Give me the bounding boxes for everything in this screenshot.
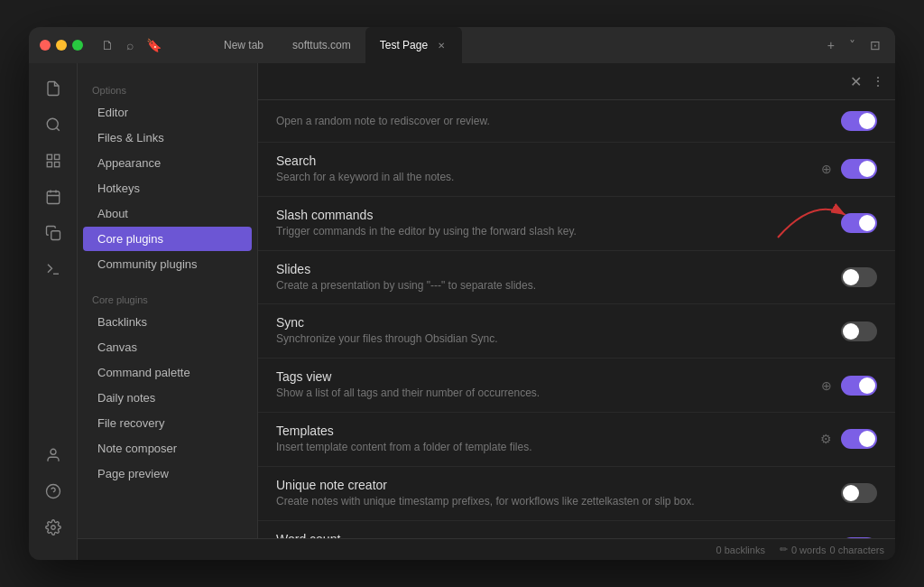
- sidebar-help-icon[interactable]: [37, 475, 69, 508]
- status-bar: 0 backlinks ✏ 0 words 0 characters: [78, 538, 895, 560]
- content-area[interactable]: ✕ ⋮ Open a random note to rediscover or …: [258, 63, 895, 560]
- toggle-random-note[interactable]: [841, 111, 877, 131]
- plugin-info-random-note: Open a random note to rediscover or revi…: [276, 114, 830, 129]
- sidebar-item-page-preview[interactable]: Page preview: [83, 461, 252, 486]
- toggle-knob-search: [859, 161, 875, 177]
- plugin-desc-tags-view: Show a list of all tags and their number…: [276, 386, 810, 401]
- options-label: Options: [78, 78, 257, 99]
- toggle-knob-sync: [843, 323, 859, 340]
- sidebar-terminal-icon[interactable]: [37, 253, 69, 285]
- plugin-desc-slides: Create a presentation by using "---" to …: [276, 278, 830, 294]
- sidebar-person-icon[interactable]: [37, 439, 69, 471]
- plugin-desc-slash-commands: Trigger commands in the editor by using …: [276, 224, 830, 239]
- plugin-desc-random-note: Open a random note to rediscover or revi…: [276, 114, 830, 129]
- toggle-sync[interactable]: [841, 321, 877, 341]
- words-count: 0 words: [791, 545, 827, 555]
- sidebar-item-core-plugins[interactable]: Core plugins: [83, 227, 252, 251]
- sidebar-grid-icon[interactable]: [37, 144, 69, 177]
- sidebar-item-editor[interactable]: Editor: [83, 100, 252, 125]
- close-button[interactable]: [40, 40, 51, 51]
- sidebar-search-icon[interactable]: [37, 108, 69, 141]
- toggle-knob-tags-view: [859, 377, 875, 394]
- maximize-button[interactable]: [72, 40, 83, 51]
- sidebar-settings-icon[interactable]: [37, 511, 69, 544]
- sidebar-item-command-palette[interactable]: Command palette: [83, 360, 252, 385]
- svg-point-0: [47, 118, 58, 129]
- toggle-knob-templates: [859, 431, 875, 447]
- sidebar-item-community-plugins[interactable]: Community plugins: [83, 252, 252, 276]
- sidebar-item-note-composer[interactable]: Note composer: [83, 436, 252, 461]
- svg-rect-10: [51, 231, 60, 240]
- plugin-name-search: Search: [276, 154, 810, 168]
- plugin-actions-tags-view: ⊕: [821, 376, 877, 396]
- plugin-desc-search: Search for a keyword in all the notes.: [276, 170, 810, 185]
- plugin-actions-slash-commands: [841, 213, 877, 233]
- icon-sidebar-top: [37, 72, 69, 435]
- toggle-search[interactable]: [841, 159, 877, 179]
- bookmark-icon[interactable]: 🔖: [146, 38, 162, 52]
- sidebar-item-backlinks[interactable]: Backlinks: [83, 310, 252, 334]
- plugin-info-templates: Templates Insert template content from a…: [276, 424, 809, 455]
- toggle-tags-view[interactable]: [841, 376, 877, 396]
- toggle-templates[interactable]: [841, 429, 877, 449]
- chevron-down-icon[interactable]: ˅: [845, 34, 859, 56]
- plugin-actions-unique-note: [841, 483, 877, 503]
- plugin-item-random-note: Open a random note to rediscover or revi…: [258, 100, 895, 143]
- split-view-icon[interactable]: ⊡: [866, 34, 884, 56]
- toggle-slash-commands[interactable]: [841, 213, 877, 233]
- search-icon[interactable]: ⌕: [126, 38, 134, 52]
- sidebar-item-file-recovery[interactable]: File recovery: [83, 411, 252, 435]
- titlebar: 🗋 ⌕ 🔖 New tab softtuts.com Test Page ✕ +…: [29, 27, 895, 63]
- toggle-unique-note[interactable]: [841, 483, 877, 503]
- plugin-item-search: Search Search for a keyword in all the n…: [258, 143, 895, 197]
- tab-softtuts[interactable]: softtuts.com: [278, 27, 365, 63]
- file-icon[interactable]: 🗋: [101, 38, 114, 52]
- plugin-name-slash-commands: Slash commands: [276, 208, 830, 222]
- plugin-info-sync: Sync Synchronize your files through Obsi…: [276, 315, 830, 347]
- close-icon[interactable]: ✕: [845, 70, 866, 92]
- plugin-name-tags-view: Tags view: [276, 369, 810, 384]
- plugin-actions-search: ⊕: [821, 159, 877, 179]
- add-icon-search[interactable]: ⊕: [821, 162, 832, 176]
- plugin-actions-sync: [841, 321, 877, 341]
- sidebar-item-canvas[interactable]: Canvas: [83, 335, 252, 359]
- svg-rect-2: [47, 154, 51, 159]
- tab-new-tab[interactable]: New tab: [209, 27, 278, 63]
- svg-point-12: [51, 449, 56, 454]
- tabs-area: New tab softtuts.com Test Page ✕: [209, 27, 462, 63]
- plugin-info-slash-commands: Slash commands Trigger commands in the e…: [276, 208, 830, 239]
- plugin-name-slides: Slides: [276, 262, 830, 276]
- traffic-lights: [40, 40, 83, 51]
- plugin-list: Open a random note to rediscover or revi…: [258, 100, 895, 560]
- add-icon-tags-view[interactable]: ⊕: [821, 378, 832, 393]
- sidebar-file-icon[interactable]: [37, 72, 69, 105]
- pencil-icon: ✏: [780, 544, 788, 555]
- backlinks-status: 0 backlinks: [716, 545, 765, 555]
- toggle-knob-unique-note: [843, 485, 859, 501]
- sidebar-copy-icon[interactable]: [37, 217, 69, 249]
- svg-point-15: [51, 526, 55, 530]
- tab-test-page[interactable]: Test Page ✕: [365, 27, 462, 63]
- tab-close-icon[interactable]: ✕: [435, 39, 448, 51]
- sidebar-item-daily-notes[interactable]: Daily notes: [83, 386, 252, 410]
- sidebar-item-files-links[interactable]: Files & Links: [83, 126, 252, 150]
- sidebar-calendar-icon[interactable]: [37, 181, 69, 213]
- toggle-slides[interactable]: [841, 267, 877, 287]
- plugin-item-templates: Templates Insert template content from a…: [258, 413, 895, 467]
- plugin-info-tags-view: Tags view Show a list of all tags and th…: [276, 369, 810, 401]
- sidebar-item-hotkeys[interactable]: Hotkeys: [83, 176, 252, 200]
- sidebar-item-appearance[interactable]: Appearance: [83, 151, 252, 175]
- titlebar-right: + ˅ ⊡: [824, 27, 884, 63]
- sidebar-item-about[interactable]: About: [83, 201, 252, 226]
- minimize-button[interactable]: [56, 40, 67, 51]
- plugin-item-sync: Sync Synchronize your files through Obsi…: [258, 304, 895, 359]
- settings-icon-templates[interactable]: ⚙: [820, 432, 832, 446]
- more-options-icon[interactable]: ⋮: [872, 74, 884, 89]
- new-tab-button[interactable]: +: [824, 34, 838, 56]
- svg-rect-5: [54, 163, 59, 167]
- core-plugins-label: Core plugins: [78, 287, 257, 309]
- settings-sidebar: Options Editor Files & Links Appearance …: [78, 63, 258, 560]
- toggle-knob-slash-commands: [859, 215, 875, 231]
- content-header: ✕ ⋮: [258, 63, 895, 100]
- plugin-name-unique-note: Unique note creator: [276, 478, 830, 492]
